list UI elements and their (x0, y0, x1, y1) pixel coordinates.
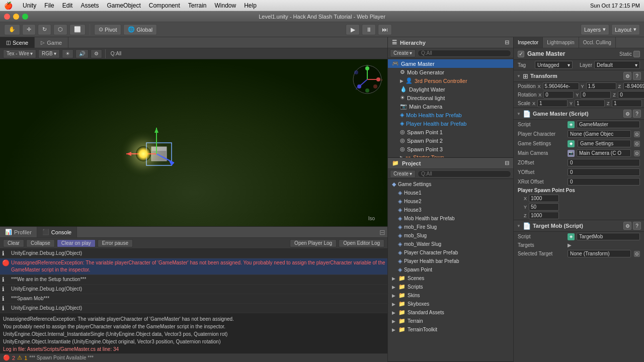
project-item-house3[interactable]: ◈ House3 (388, 206, 513, 214)
move-tool[interactable]: ✛ (22, 24, 36, 35)
open-editor-log-button[interactable]: Open Editor Log (339, 239, 384, 247)
minimize-button[interactable] (13, 14, 19, 20)
menu-edit[interactable]: Edit (62, 2, 73, 9)
hierarchy-item-mobgenerator[interactable]: ⚙ Mob Generator (396, 68, 513, 76)
yoffset-input[interactable] (568, 168, 640, 176)
object-active-toggle[interactable]: ✓ (518, 51, 524, 57)
tab-game[interactable]: ▷ Game (35, 37, 68, 48)
global-dropdown[interactable]: 🌐 Global (123, 24, 157, 35)
component-settings-icon[interactable]: ⚙ (623, 72, 631, 80)
position-y-input[interactable] (586, 82, 616, 90)
project-item-house2[interactable]: ◈ House2 (388, 197, 513, 206)
rgb-dropdown[interactable]: RGB ▾ (38, 49, 60, 58)
targetmob-script-header[interactable]: ▼ 📄 Target Mob (Script) ⚙ ? (514, 220, 644, 232)
console-row-error[interactable]: 🔴 UnassignedReferenceException: The vari… (0, 258, 387, 275)
project-search[interactable] (418, 170, 511, 177)
hierarchy-item-3rdperson[interactable]: ▶ 👤 3rd Person Controller (396, 76, 513, 85)
menu-unity[interactable]: Unity (23, 2, 36, 9)
component-settings-icon[interactable]: ⚙ (623, 110, 631, 118)
hierarchy-item-spawn1[interactable]: ◎ Spawn Point 1 (396, 128, 513, 136)
rotate-tool[interactable]: ↻ (38, 24, 51, 35)
project-item-mob-slug[interactable]: ◈ mob_Slug (388, 231, 513, 240)
play-button[interactable]: ▶ (346, 24, 360, 35)
tab-profiler[interactable]: 📊 Profiler (0, 227, 37, 237)
selectedtarget-value[interactable]: None (Transform) (568, 250, 631, 257)
error-pause-button[interactable]: Error pause (98, 239, 133, 247)
xrotoffset-input[interactable] (568, 178, 640, 186)
gizmos-toggle[interactable]: ⚙ (91, 49, 102, 58)
project-folder-standardassets[interactable]: ▶ 📁 Standard Assets (388, 308, 513, 317)
project-item-gamesettings[interactable]: ◆ Game Settings (388, 180, 513, 189)
viewport[interactable]: Y X Z Iso (0, 59, 387, 226)
menu-gameobject[interactable]: GameObject (107, 2, 140, 9)
project-item-playerhealthbar[interactable]: ◈ Player Health bar Prefab (388, 257, 513, 265)
hierarchy-item-startertown[interactable]: ▶ 🏘 Starter Town (396, 153, 513, 157)
target-picker-icon[interactable]: ⊙ (634, 131, 640, 137)
hierarchy-create-dropdown[interactable]: Create ▾ (390, 49, 416, 57)
playerchar-value[interactable]: None (Game Objec (568, 130, 631, 138)
pause-button[interactable]: ⏸ (362, 24, 376, 35)
targetmob-script-value[interactable]: TargetMob (577, 233, 640, 240)
project-item-playerchar[interactable]: ◈ Player Character Prefab (388, 248, 513, 257)
script-value[interactable]: GameMaster (577, 121, 640, 128)
hierarchy-item-mobhealthbar[interactable]: ◈ Mob Health bar Prefab (396, 111, 513, 119)
inspector-tab-inspector[interactable]: Inspector (514, 37, 543, 48)
hierarchy-search[interactable] (418, 50, 511, 57)
hierarchy-item-spawn3[interactable]: ◎ Spawn Point 3 (396, 145, 513, 153)
project-folder-scenes[interactable]: ▶ 📁 Scenes (388, 274, 513, 283)
hierarchy-item-spawn2[interactable]: ◎ Spawn Point 2 (396, 136, 513, 145)
rotation-z-input[interactable] (618, 91, 644, 99)
component-settings-icon[interactable]: ⚙ (623, 222, 631, 230)
target-picker-icon[interactable]: ⊙ (634, 150, 640, 156)
inspector-tab-lightmapping[interactable]: Lightmappin (543, 37, 579, 48)
hand-tool[interactable]: ✋ (4, 24, 20, 35)
spawn-y-input[interactable] (529, 203, 559, 211)
target-picker-icon[interactable]: ⊙ (634, 251, 640, 257)
transform-component-header[interactable]: ▼ ⊞ Transform ⚙ ? (514, 70, 644, 82)
tag-dropdown[interactable]: Untagged ▾ (535, 61, 573, 69)
project-item-mobhealthbar[interactable]: ◈ Mob Health bar Prefab (388, 214, 513, 223)
hierarchy-item-dirlight[interactable]: ☀ Directional light (396, 94, 513, 102)
lighting-toggle[interactable]: ☀ (62, 49, 73, 58)
clear-button[interactable]: Clear (3, 239, 24, 247)
position-x-input[interactable] (543, 82, 579, 90)
menu-window[interactable]: Window (214, 2, 236, 9)
project-folder-skins[interactable]: ▶ 📁 Skins (388, 291, 513, 300)
scale-y-input[interactable] (575, 100, 605, 107)
console-row[interactable]: ℹ UnityEngine.Debug.Log(Object) (0, 304, 387, 313)
menu-component[interactable]: Component (149, 2, 180, 9)
hierarchy-item-daylightwater[interactable]: 💧 Daylight Water (396, 85, 513, 94)
console-row[interactable]: ℹ ***Spawn Mob*** (0, 294, 387, 304)
panel-menu-icon[interactable]: ⊟ (505, 160, 509, 166)
hierarchy-item-playerhealthbar[interactable]: ◈ Player Health bar Prefab (396, 119, 513, 128)
scale-tool[interactable]: ⬡ (53, 24, 67, 35)
project-folder-skyboxes[interactable]: ▶ 📁 Skyboxes (388, 300, 513, 308)
spawn-x-input[interactable] (529, 195, 559, 202)
gamesettings-value[interactable]: Game Settings (578, 140, 631, 147)
scale-z-input[interactable] (612, 100, 642, 107)
layer-dropdown[interactable]: Default ▾ (594, 61, 640, 69)
gamemaster-script-header[interactable]: ▼ 📄 Game Master (Script) ⚙ ? (514, 108, 644, 120)
panel-menu-icon[interactable]: ⊟ (505, 39, 509, 46)
menu-assets[interactable]: Assets (80, 2, 99, 9)
position-z-input[interactable] (623, 82, 644, 90)
project-folder-terrain[interactable]: ▶ 📁 Terrain (388, 317, 513, 325)
console-row[interactable]: ℹ UnityEngine.Debug.Log(Object) (0, 249, 387, 258)
spawn-z-input[interactable] (529, 212, 559, 219)
component-help-icon[interactable]: ? (633, 72, 641, 80)
texwire-dropdown[interactable]: Tex - Wire ▾ (3, 49, 36, 58)
menu-file[interactable]: File (44, 2, 54, 9)
console-row[interactable]: ℹ ***We are in the Setup function*** (0, 275, 387, 285)
tab-scene[interactable]: ◫ Scene (0, 37, 35, 48)
zoffset-input[interactable] (568, 159, 640, 166)
static-checkbox[interactable]: Static (619, 51, 640, 57)
layers-dropdown[interactable]: Layers ▾ (581, 24, 609, 35)
project-item-spawnpoint[interactable]: ◈ Spawn Point (388, 265, 513, 274)
scale-x-input[interactable] (537, 100, 568, 107)
audio-toggle[interactable]: 🔊 (75, 49, 89, 58)
menu-help[interactable]: Help (244, 2, 257, 9)
project-item-house1[interactable]: ◈ House1 (388, 189, 513, 197)
project-item-mob-waterslug[interactable]: ◈ mob_Water Slug (388, 240, 513, 248)
inspector-tab-occlusion[interactable]: Occl. Culling (579, 37, 616, 48)
maximize-button[interactable] (22, 14, 28, 20)
